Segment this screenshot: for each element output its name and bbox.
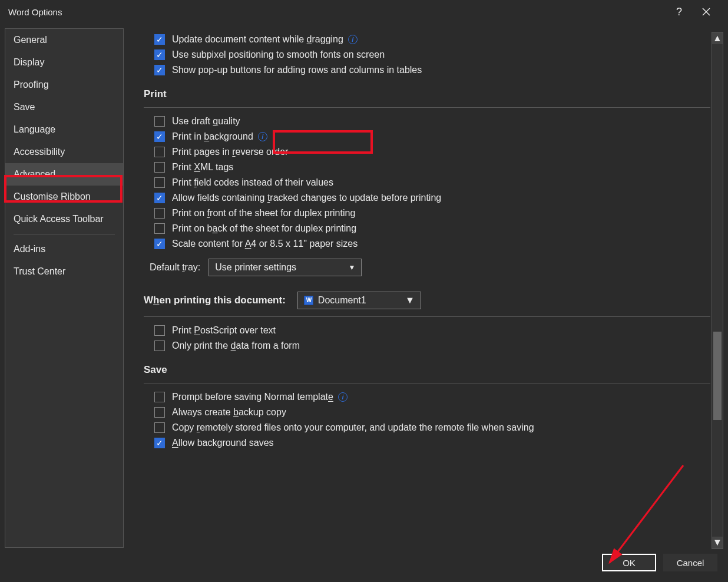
sidebar-item-proofing[interactable]: Proofing xyxy=(5,74,123,96)
chevron-down-icon: ▼ xyxy=(405,295,415,306)
sidebar-item-display[interactable]: Display xyxy=(5,51,123,74)
info-icon[interactable]: i xyxy=(258,132,267,141)
scroll-up-button[interactable]: ▲ xyxy=(712,32,723,44)
cancel-button[interactable]: Cancel xyxy=(663,554,717,571)
label-xml-tags: Print XML tags xyxy=(172,162,233,173)
sidebar-item-save[interactable]: Save xyxy=(5,96,123,118)
select-document[interactable]: Document1 ▼ xyxy=(297,292,421,309)
checkbox-postscript[interactable] xyxy=(154,325,165,336)
sidebar-item-customise-ribbon[interactable]: Customise Ribbon xyxy=(5,186,123,208)
word-doc-icon xyxy=(304,296,313,305)
label-backup-copy: Always create backup copy xyxy=(172,407,286,418)
label-postscript: Print PostScript over text xyxy=(172,325,276,336)
label-reverse-order: Print pages in reverse order xyxy=(172,147,288,157)
label-subpixel: Use subpixel positioning to smooth fonts… xyxy=(172,49,385,60)
label-print-data: Only print the data from a form xyxy=(172,340,300,351)
title-bar: Word Options ? xyxy=(0,0,728,24)
label-background-saves: Allow background saves xyxy=(172,438,274,448)
scroll-thumb[interactable] xyxy=(713,332,722,420)
help-button[interactable]: ? xyxy=(666,0,693,24)
close-button[interactable] xyxy=(693,0,720,24)
label-prompt-normal: Prompt before saving Normal template xyxy=(172,392,333,402)
label-copy-remote: Copy remotely stored files onto your com… xyxy=(172,422,534,433)
checkbox-background-saves[interactable] xyxy=(154,438,165,448)
checkbox-print-background[interactable] xyxy=(154,131,165,142)
label-tracked-changes: Allow fields containing tracked changes … xyxy=(172,193,441,203)
checkbox-reverse-order[interactable] xyxy=(154,147,165,157)
section-print-title: Print xyxy=(144,88,710,100)
label-field-codes: Print field codes instead of their value… xyxy=(172,177,333,188)
ok-button[interactable]: OK xyxy=(602,554,656,571)
sidebar-item-trust-center[interactable]: Trust Center xyxy=(5,260,123,283)
sidebar-item-add-ins[interactable]: Add-ins xyxy=(5,238,123,260)
label-update-dragging: Update document content while dragging xyxy=(172,34,343,45)
select-default-tray[interactable]: Use printer settings ▼ xyxy=(209,259,362,276)
vertical-scrollbar[interactable]: ▲ ▼ xyxy=(712,32,723,549)
checkbox-print-data[interactable] xyxy=(154,340,165,351)
checkbox-xml-tags[interactable] xyxy=(154,162,165,173)
label-front-duplex: Print on front of the sheet for duplex p… xyxy=(172,208,355,219)
sidebar-item-language[interactable]: Language xyxy=(5,118,123,141)
section-when-printing: When printing this document: xyxy=(144,295,286,306)
checkbox-popup-buttons[interactable] xyxy=(154,65,165,75)
checkbox-scale-a4[interactable] xyxy=(154,239,165,249)
checkbox-copy-remote[interactable] xyxy=(154,422,165,433)
scroll-down-button[interactable]: ▼ xyxy=(712,537,723,548)
label-scale-a4: Scale content for A4 or 8.5 x 11" paper … xyxy=(172,239,358,249)
checkbox-draft-quality[interactable] xyxy=(154,116,165,127)
section-save-title: Save xyxy=(144,364,710,376)
label-back-duplex: Print on back of the sheet for duplex pr… xyxy=(172,223,356,234)
sidebar-item-general[interactable]: General xyxy=(5,29,123,51)
info-icon[interactable]: i xyxy=(348,35,358,44)
checkbox-front-duplex[interactable] xyxy=(154,208,165,219)
label-popup-buttons: Show pop-up buttons for adding rows and … xyxy=(172,65,422,75)
checkbox-backup-copy[interactable] xyxy=(154,407,165,418)
checkbox-update-dragging[interactable] xyxy=(154,34,165,45)
content-pane: Update document content while dragging i… xyxy=(124,28,728,548)
info-icon[interactable]: i xyxy=(338,392,348,402)
checkbox-back-duplex[interactable] xyxy=(154,223,165,234)
sidebar-item-advanced[interactable]: Advanced xyxy=(5,163,123,186)
label-default-tray: Default tray: xyxy=(150,262,200,273)
label-print-background: Print in background xyxy=(172,131,253,142)
label-draft-quality: Use draft quality xyxy=(172,116,240,127)
sidebar-item-accessibility[interactable]: Accessibility xyxy=(5,141,123,163)
checkbox-tracked-changes[interactable] xyxy=(154,193,165,203)
checkbox-prompt-normal[interactable] xyxy=(154,392,165,402)
chevron-down-icon: ▼ xyxy=(348,263,355,272)
sidebar-item-quick-access-toolbar[interactable]: Quick Access Toolbar xyxy=(5,208,123,230)
sidebar: General Display Proofing Save Language A… xyxy=(5,28,124,548)
checkbox-field-codes[interactable] xyxy=(154,177,165,188)
window-title: Word Options xyxy=(8,7,666,17)
checkbox-subpixel[interactable] xyxy=(154,49,165,60)
